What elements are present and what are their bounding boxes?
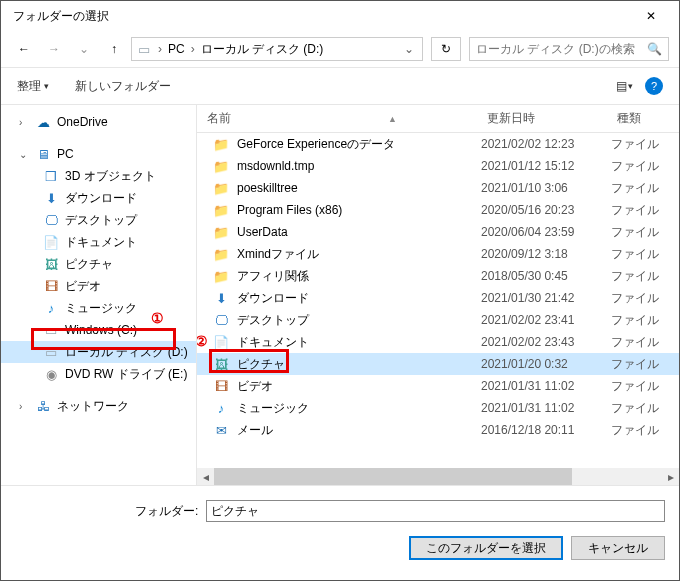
file-list-body: 📁GeForce Experienceのデータ2021/02/02 12:23フ… (197, 133, 679, 468)
tree-item[interactable]: 🖼ピクチャ (1, 253, 196, 275)
file-row[interactable]: 📁poeskilltree2021/01/10 3:06ファイル (197, 177, 679, 199)
file-type: ファイル (607, 268, 679, 285)
vid-icon: 🎞 (43, 278, 59, 294)
file-type: ファイル (607, 224, 679, 241)
tree-item[interactable]: 🎞ビデオ (1, 275, 196, 297)
nav-tree: › ☁ OneDrive ⌄ 🖥 PC ❒3D オブジェクト⬇ダウンロード🖵デス… (1, 105, 196, 485)
main-pane: › ☁ OneDrive ⌄ 🖥 PC ❒3D オブジェクト⬇ダウンロード🖵デス… (1, 105, 679, 485)
folder-icon: 📁 (213, 180, 229, 196)
view-icon: ▤ (616, 79, 625, 93)
file-date: 2020/09/12 3:18 (477, 247, 607, 261)
file-type: ファイル (607, 158, 679, 175)
disk-icon: ▭ (43, 344, 59, 360)
doc-icon: 📄 (213, 334, 229, 350)
file-row[interactable]: 📁アフィリ関係2018/05/30 0:45ファイル (197, 265, 679, 287)
file-row[interactable]: ✉メール2016/12/18 20:11ファイル (197, 419, 679, 441)
breadcrumb-pc[interactable]: PC (168, 42, 185, 56)
tree-pc[interactable]: ⌄ 🖥 PC (1, 143, 196, 165)
tree-item-label: ミュージック (65, 300, 137, 317)
onedrive-icon: ☁ (35, 114, 51, 130)
tree-item[interactable]: 🖵デスクトップ (1, 209, 196, 231)
title-bar: フォルダーの選択 ✕ (1, 1, 679, 31)
scroll-left[interactable]: ◂ (197, 468, 214, 485)
breadcrumb-sep: › (191, 42, 195, 56)
tree-item[interactable]: 📄ドキュメント (1, 231, 196, 253)
expand-icon[interactable]: › (19, 401, 29, 412)
file-name: メール (237, 422, 273, 439)
search-input[interactable] (474, 41, 644, 57)
file-row[interactable]: 📁msdownld.tmp2021/01/12 15:12ファイル (197, 155, 679, 177)
collapse-icon[interactable]: ⌄ (19, 149, 29, 160)
up-button[interactable]: ↑ (101, 36, 127, 62)
sort-indicator: ▲ (388, 114, 397, 124)
file-row[interactable]: 📄ドキュメント2021/02/02 23:43ファイル (197, 331, 679, 353)
window-title: フォルダーの選択 (13, 8, 631, 25)
annotation-2-label: ② (197, 333, 208, 349)
file-name: msdownld.tmp (237, 159, 314, 173)
recent-dropdown[interactable]: ⌄ (71, 36, 97, 62)
column-type[interactable]: 種類 (607, 110, 679, 127)
file-row[interactable]: 📁GeForce Experienceのデータ2021/02/02 12:23フ… (197, 133, 679, 155)
scroll-right[interactable]: ▸ (662, 468, 679, 485)
file-row[interactable]: 🎞ビデオ2021/01/31 11:02ファイル (197, 375, 679, 397)
tree-onedrive[interactable]: › ☁ OneDrive (1, 111, 196, 133)
file-row[interactable]: 📁Program Files (x86)2020/05/16 20:23ファイル (197, 199, 679, 221)
tree-item[interactable]: ⬇ダウンロード (1, 187, 196, 209)
tree-network[interactable]: › 🖧 ネットワーク (1, 395, 196, 417)
tree-item-label: DVD RW ドライブ (E:) (65, 366, 187, 383)
file-type: ファイル (607, 422, 679, 439)
view-menu[interactable]: ▤ ▾ (610, 75, 639, 97)
tree-item-label: デスクトップ (65, 212, 137, 229)
address-bar[interactable]: ▭ › PC › ローカル ディスク (D:) ⌄ (131, 37, 423, 61)
chevron-down-icon: ▾ (628, 81, 633, 91)
file-date: 2021/01/31 11:02 (477, 379, 607, 393)
search-box[interactable]: 🔍 (469, 37, 669, 61)
file-type: ファイル (607, 136, 679, 153)
file-row[interactable]: 📁UserData2020/06/04 23:59ファイル (197, 221, 679, 243)
close-button[interactable]: ✕ (631, 2, 671, 30)
expand-icon[interactable]: › (19, 117, 29, 128)
file-row[interactable]: 🖵デスクトップ2021/02/02 23:41ファイル (197, 309, 679, 331)
breadcrumb-disk[interactable]: ローカル ディスク (D:) (201, 41, 324, 58)
folder-name-row: フォルダー: (15, 500, 665, 522)
help-button[interactable]: ? (639, 73, 669, 99)
new-folder-button[interactable]: 新しいフォルダー (69, 74, 177, 99)
tree-item-label: ドキュメント (65, 234, 137, 251)
organize-menu[interactable]: 整理 ▾ (11, 74, 55, 99)
file-date: 2021/02/02 23:43 (477, 335, 607, 349)
file-row[interactable]: ⬇ダウンロード2021/01/30 21:42ファイル (197, 287, 679, 309)
file-type: ファイル (607, 290, 679, 307)
cancel-button[interactable]: キャンセル (571, 536, 665, 560)
network-icon: 🖧 (35, 398, 51, 414)
folder-icon: 📁 (213, 224, 229, 240)
help-icon: ? (645, 77, 663, 95)
new-folder-label: 新しいフォルダー (75, 78, 171, 95)
file-date: 2021/01/10 3:06 (477, 181, 607, 195)
3d-icon: ❒ (43, 168, 59, 184)
tree-label: PC (57, 147, 74, 161)
file-list: 名前▲ 更新日時 種類 📁GeForce Experienceのデータ2021/… (197, 105, 679, 485)
file-row[interactable]: 📁Xmindファイル2020/09/12 3:18ファイル (197, 243, 679, 265)
tree-item[interactable]: ▭Windows (C:) (1, 319, 196, 341)
scroll-thumb[interactable] (214, 468, 572, 485)
scroll-track[interactable] (214, 468, 662, 485)
forward-button[interactable]: → (41, 36, 67, 62)
back-icon: ← (18, 42, 30, 56)
back-button[interactable]: ← (11, 36, 37, 62)
tree-item-label: Windows (C:) (65, 323, 137, 337)
folder-icon: 📁 (213, 268, 229, 284)
column-date[interactable]: 更新日時 (477, 110, 607, 127)
tree-item[interactable]: ♪ミュージック (1, 297, 196, 319)
horizontal-scrollbar[interactable]: ◂ ▸ (197, 468, 679, 485)
file-row[interactable]: ♪ミュージック2021/01/31 11:02ファイル (197, 397, 679, 419)
file-row[interactable]: 🖼ピクチャ2021/01/20 0:32ファイル (197, 353, 679, 375)
tree-item[interactable]: ▭ローカル ディスク (D:) (1, 341, 196, 363)
select-folder-button[interactable]: このフォルダーを選択 (409, 536, 563, 560)
disk-icon: ▭ (43, 322, 59, 338)
tree-item[interactable]: ◉DVD RW ドライブ (E:) (1, 363, 196, 385)
address-dropdown[interactable]: ⌄ (400, 42, 418, 56)
refresh-button[interactable]: ↻ (431, 37, 461, 61)
column-name[interactable]: 名前▲ (197, 110, 477, 127)
tree-item[interactable]: ❒3D オブジェクト (1, 165, 196, 187)
folder-name-input[interactable] (206, 500, 665, 522)
